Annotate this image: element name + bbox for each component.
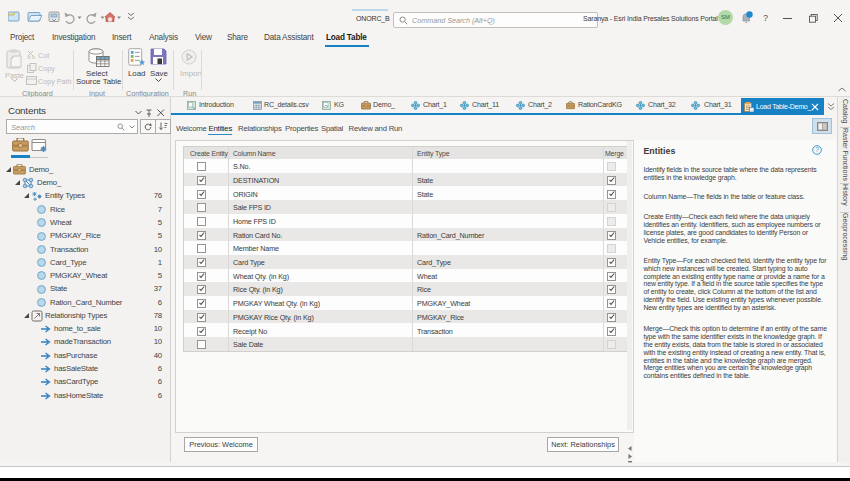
svg-text:?: ? — [815, 146, 819, 153]
